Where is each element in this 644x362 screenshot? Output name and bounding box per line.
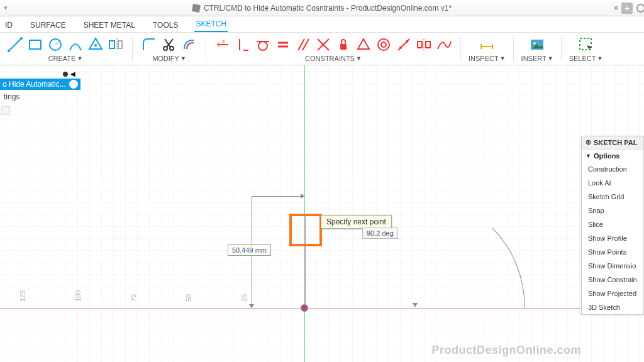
rectangle-tool-icon[interactable] (26, 36, 44, 53)
equal-constraint-icon[interactable] (274, 36, 292, 53)
svg-point-2 (20, 37, 23, 40)
arrow-head-icon (301, 194, 304, 199)
close-tab-icon[interactable]: × (613, 3, 619, 14)
ruler-value: 25 (240, 294, 248, 302)
dimension-value-box[interactable]: 50.449 mm (228, 244, 271, 256)
browser-item-active[interactable]: o Hide Automatic... (0, 79, 80, 90)
symmetry-constraint-icon[interactable] (415, 36, 433, 53)
toolbar-group-select: SELECT▼ (568, 34, 604, 63)
measure-tool-icon[interactable] (478, 36, 496, 53)
circle-tool-icon[interactable] (47, 36, 64, 53)
svg-point-21 (258, 41, 267, 50)
svg-point-7 (94, 44, 97, 47)
svg-rect-29 (340, 44, 347, 50)
browser-toggle[interactable]: ◀ (0, 69, 80, 79)
insert-image-icon[interactable] (528, 36, 546, 53)
undo-dropdown-icon[interactable]: ▾ (4, 4, 8, 12)
tab-solid[interactable]: ID (4, 18, 14, 32)
document-title: CTRL/CMD to Hide Automatic Cosntraints -… (192, 4, 452, 13)
arc-tool-icon[interactable] (67, 36, 84, 53)
toolbar-group-insert: INSERT▼ (520, 34, 555, 63)
tab-sketch[interactable]: SKETCH (194, 17, 228, 32)
svg-marker-6 (89, 38, 102, 49)
fix-constraint-icon[interactable] (335, 36, 352, 53)
line-tool-icon[interactable] (6, 36, 24, 53)
x-axis (0, 308, 644, 309)
tab-tools[interactable]: TOOLS (152, 18, 179, 32)
polygon-tool-icon[interactable] (87, 36, 104, 53)
create-dropdown[interactable]: CREATE▼ (48, 55, 83, 62)
offset-tool-icon[interactable] (180, 36, 198, 53)
browser-collapse-icon[interactable] (1, 106, 10, 115)
profile-icon[interactable] (636, 4, 644, 13)
parallel-constraint-icon[interactable] (294, 36, 312, 53)
arrow-head-icon (249, 304, 254, 308)
midpoint-constraint-icon[interactable] (355, 36, 372, 53)
mirror-tool-icon[interactable] (107, 36, 125, 53)
new-tab-button[interactable]: + (621, 3, 633, 14)
ruler-value: 75 (130, 294, 137, 302)
workspace-tabs: ID SURFACE SHEET METAL TOOLS SKETCH (0, 16, 644, 33)
title-text: CTRL/CMD to Hide Automatic Cosntraints -… (204, 4, 452, 13)
palette-3d-sketch[interactable]: 3D Sketch (582, 300, 643, 314)
collinear-constraint-icon[interactable] (395, 36, 413, 53)
toolbar-group-constraints: ≡ CONSTRAINTS▼ (213, 34, 454, 63)
title-bar: ▾ CTRL/CMD to Hide Automatic Cosntraints… (0, 0, 644, 16)
visibility-toggle-icon[interactable] (69, 80, 78, 89)
toolbar: CREATE▼ MODIFY▼ ≡ CONSTRAINTS▼ (0, 33, 644, 65)
svg-marker-30 (358, 39, 369, 49)
curvature-constraint-icon[interactable] (435, 36, 453, 53)
palette-title[interactable]: ⦿SKETCH PAL (582, 136, 643, 150)
palette-show-profile[interactable]: Show Profile (582, 231, 643, 245)
palette-show-dimensions[interactable]: Show Dimensio (582, 259, 643, 273)
svg-point-43 (533, 42, 536, 45)
insert-dropdown[interactable]: INSERT▼ (521, 55, 553, 62)
tangent-constraint-icon[interactable] (254, 36, 272, 53)
angle-value-box[interactable]: 90.2 deg (362, 228, 398, 239)
sketch-palette: ⦿SKETCH PAL ▼Options Construction Look A… (581, 136, 644, 315)
svg-rect-37 (426, 41, 430, 48)
browser-settings[interactable]: tings (0, 90, 80, 104)
select-tool-icon[interactable] (577, 36, 595, 53)
svg-rect-3 (30, 40, 41, 49)
constraints-dropdown[interactable]: CONSTRAINTS▼ (305, 55, 362, 62)
palette-show-points[interactable]: Show Points (582, 245, 643, 259)
cursor-indicator (289, 214, 322, 246)
perpendicular-constraint-icon[interactable] (314, 36, 332, 53)
watermark: ProductDesignOnline.com (431, 344, 581, 357)
svg-point-34 (399, 47, 402, 49)
ruler-value: 125 (19, 290, 26, 302)
tab-surface[interactable]: SURFACE (29, 18, 67, 32)
app-icon (192, 4, 201, 13)
ruler-value: 50 (185, 294, 192, 302)
concentric-constraint-icon[interactable] (375, 36, 392, 53)
inspect-dropdown[interactable]: INSPECT▼ (469, 55, 506, 62)
svg-point-31 (378, 39, 389, 50)
modify-dropdown[interactable]: MODIFY▼ (152, 55, 186, 62)
vertical-constraint-icon[interactable] (234, 36, 252, 53)
svg-rect-10 (118, 41, 122, 48)
browser-panel: ◀ o Hide Automatic... tings (0, 69, 80, 115)
sketch-canvas[interactable]: 125 100 75 50 25 50.449 mm Specify next … (0, 65, 644, 362)
grid (0, 65, 644, 362)
palette-sketch-grid[interactable]: Sketch Grid (582, 190, 643, 204)
svg-text:≡: ≡ (222, 39, 225, 45)
fillet-tool-icon[interactable] (140, 36, 158, 53)
toolbar-group-create: CREATE▼ (5, 34, 126, 63)
svg-point-32 (381, 42, 386, 47)
palette-look-at[interactable]: Look At (582, 176, 643, 190)
toolbar-group-modify: MODIFY▼ (139, 34, 199, 63)
select-dropdown[interactable]: SELECT▼ (569, 55, 603, 62)
trim-tool-icon[interactable] (160, 36, 178, 53)
palette-slice[interactable]: Slice (582, 217, 643, 231)
palette-section-options[interactable]: ▼Options (582, 150, 643, 162)
tab-sheet-metal[interactable]: SHEET METAL (82, 18, 136, 32)
palette-construction[interactable]: Construction (582, 162, 643, 176)
svg-point-35 (406, 40, 408, 43)
palette-show-projected[interactable]: Show Projected (582, 287, 643, 300)
horizontal-constraint-icon[interactable]: ≡ (214, 36, 231, 53)
palette-show-constraints[interactable]: Show Constrain (582, 273, 643, 287)
toolbar-group-inspect: INSPECT▼ (467, 34, 507, 63)
tooltip: Specify next point (321, 215, 392, 229)
palette-snap[interactable]: Snap (582, 204, 643, 217)
